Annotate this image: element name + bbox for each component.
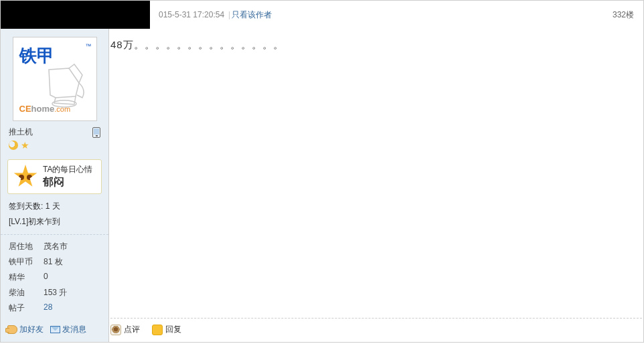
sidebar-actions: 加好友 发消息: [1, 320, 108, 335]
user-stats: 居住地 茂名市 铁甲币 81 枚 精华 0 柴油 153 升 帖子 28: [1, 234, 108, 320]
stat-key: 柴油: [9, 287, 44, 298]
redacted-username-bar: [1, 1, 150, 29]
send-message-label: 发消息: [62, 324, 86, 335]
reply-button[interactable]: 回复: [152, 324, 181, 335]
brand-tm: ™: [86, 43, 92, 50]
stat-val: 81 枚: [44, 256, 100, 268]
hand-icon: [7, 325, 17, 334]
post-timestamp: 015-5-31 17:20:54: [159, 10, 224, 19]
stat-key: 帖子: [9, 302, 44, 314]
reply-icon: [152, 325, 163, 335]
rate-button[interactable]: 点评: [110, 324, 140, 335]
avatar[interactable]: 铁甲 ™ CEhome.com: [13, 37, 97, 121]
stat-row: 帖子 28: [9, 300, 100, 316]
post-main: 015-5-31 17:20:54 | 只看该作者 332楼 48万。。。。。。…: [109, 1, 643, 342]
stat-val: 茂名市: [44, 241, 100, 252]
user-title: 推土机: [9, 126, 33, 138]
stat-key: 居住地: [9, 241, 44, 252]
mood-card[interactable]: TA的每日心情 郁闷: [7, 159, 102, 194]
send-message-button[interactable]: 发消息: [50, 324, 86, 335]
add-friend-button[interactable]: 加好友: [7, 324, 44, 335]
user-title-row: 推土机: [1, 126, 108, 138]
user-level: [LV.1]初来乍到: [1, 216, 108, 234]
mail-icon: [50, 326, 60, 333]
stat-val: 153 升: [44, 287, 100, 298]
cup-icon: [110, 325, 121, 335]
stat-row: 居住地 茂名市: [9, 239, 100, 254]
sign-days: 签到天数: 1 天: [1, 201, 108, 216]
mood-face-icon: [13, 165, 37, 189]
star-icon: ★: [21, 141, 29, 150]
stat-key: 铁甲币: [9, 256, 44, 268]
stat-val: 0: [44, 272, 100, 283]
stat-key: 精华: [9, 272, 44, 283]
stat-row: 精华 0: [9, 270, 100, 285]
post-actions: 点评 回复: [109, 319, 643, 342]
level-icons: ★: [1, 138, 108, 155]
post-meta: 015-5-31 17:20:54 | 只看该作者 332楼: [109, 1, 643, 29]
moon-icon: [9, 141, 18, 150]
excavator-icon: [42, 63, 89, 108]
stat-row: 柴油 153 升: [9, 285, 100, 300]
post-container: 铁甲 ™ CEhome.com: [0, 0, 644, 343]
rate-label: 点评: [124, 324, 140, 335]
post-wrap: 铁甲 ™ CEhome.com: [0, 0, 644, 343]
reply-label: 回复: [165, 324, 181, 335]
avatar-image: 铁甲 ™ CEhome.com: [18, 43, 92, 115]
post-content: 48万。。。。。。。。。。。。。。: [109, 29, 643, 318]
stat-row: 铁甲币 81 枚: [9, 254, 100, 270]
mood-text: TA的每日心情 郁闷: [43, 164, 92, 189]
mood-value: 郁闷: [43, 175, 92, 189]
only-author-link[interactable]: 只看该作者: [232, 9, 272, 21]
stat-val-link[interactable]: 28: [44, 302, 100, 314]
separator: |: [228, 10, 230, 19]
user-sidebar: 铁甲 ™ CEhome.com: [1, 1, 109, 342]
floor-number[interactable]: 332楼: [613, 9, 634, 21]
mood-label: TA的每日心情: [43, 164, 92, 175]
add-friend-label: 加好友: [19, 324, 44, 335]
mobile-icon: [92, 127, 100, 138]
brand-en: CEhome.com: [19, 104, 71, 114]
